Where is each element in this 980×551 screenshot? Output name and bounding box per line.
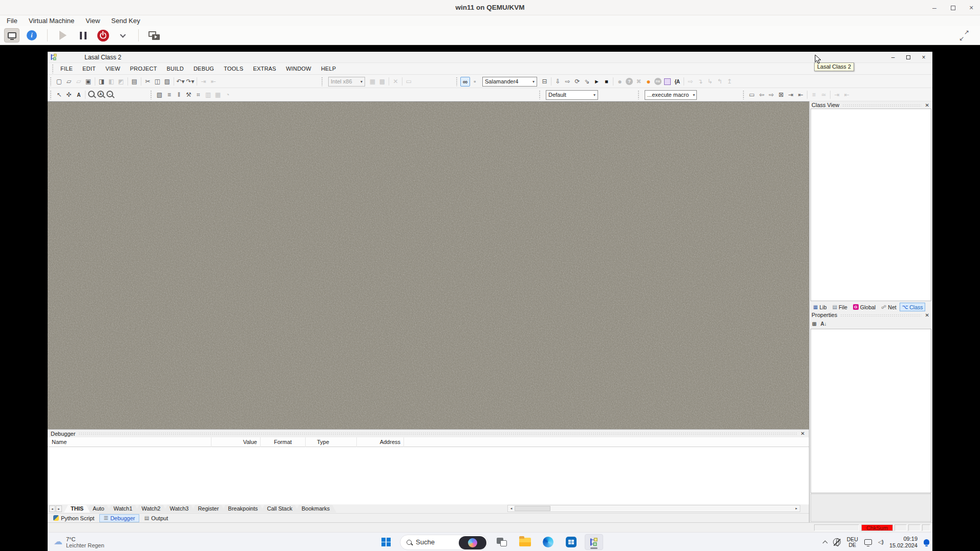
fullscreen-button[interactable] [956,28,972,43]
autoformat-icon[interactable]: {A [672,77,682,87]
build-icon[interactable]: ▦ [368,77,377,87]
shutdown-vm-button[interactable] [95,28,111,43]
print-icon[interactable]: ▤ [130,77,139,87]
host-menu-item[interactable]: View [83,17,102,25]
export-page-icon[interactable]: ⇤ [796,90,805,100]
debugger-tab[interactable]: Auto [86,505,111,513]
tab-class[interactable]: ⌥ Class [900,303,926,311]
indent-icon[interactable]: ⇥ [832,90,842,100]
page-forward-icon[interactable]: ⇨ [766,90,776,100]
app-menu-item[interactable]: EXTRAS [253,66,276,72]
rebuild-icon[interactable]: ▩ [377,77,387,87]
connection-combo[interactable]: Salamander4 ▾ [482,77,537,87]
properties-close-button[interactable]: ✕ [924,312,930,318]
page-back-icon[interactable]: ⇦ [757,90,766,100]
debugger-column-header[interactable]: Type [306,437,357,447]
step-out-icon[interactable]: ↳ [705,77,715,87]
run-icon[interactable]: ► [592,77,602,87]
undo-icon[interactable]: ↶▾ [176,77,185,87]
host-maximize-button[interactable] [947,2,958,13]
frame-icon[interactable]: ▭ [747,90,757,100]
connect-icon[interactable]: ∞ [460,77,470,87]
app-menu-item[interactable]: TOOLS [224,66,243,72]
text-icon[interactable]: A [74,90,83,100]
paste-icon[interactable]: ▨ [162,77,172,87]
task-view-button[interactable] [493,534,511,550]
runtime-icon[interactable]: ⊟ [540,77,549,87]
tab-scroll-left-button[interactable]: ◄ [49,505,55,512]
start-button[interactable] [377,534,395,550]
app-menu-item[interactable]: DEBUG [194,66,214,72]
host-menu-item[interactable]: Virtual Machine [27,17,76,25]
file-explorer-button[interactable] [516,534,534,550]
debugger-tab[interactable]: Bookmarks [295,505,336,513]
save-window-icon[interactable]: ◧ [106,77,116,87]
properties-grid[interactable] [811,329,931,493]
export-icon[interactable]: ⇤ [208,77,218,87]
zoom-icon[interactable] [88,91,95,97]
import-icon[interactable]: ⇥ [199,77,208,87]
debugger-tab[interactable]: Watch1 [107,505,139,513]
vm-details-button[interactable] [24,28,39,43]
toolbar-grip[interactable] [637,90,640,99]
debugger-tab[interactable]: Watch2 [135,505,167,513]
debugger-tab[interactable]: Call Stack [260,505,299,513]
distribute-icon[interactable]: ≃ [819,90,828,100]
host-menu-item[interactable]: File [5,17,19,25]
macro-combo[interactable]: ...execute macro ▾ [645,90,697,100]
debugger-watch-table[interactable] [48,447,809,504]
panel-drag-texture[interactable] [840,314,921,317]
app-menu-item[interactable]: VIEW [105,66,120,72]
toolbar-grip[interactable] [50,77,52,86]
tab-lib[interactable]: ▦ Lib [811,303,829,311]
tab-scroll-right-button[interactable]: ► [56,505,62,512]
debugger-column-header[interactable]: Value [211,437,261,447]
hidden-icons-chevron[interactable] [822,541,827,546]
step-back-icon[interactable]: ↰ [715,77,725,87]
reload-icon[interactable]: ⟳ [572,77,582,87]
sort-az-icon[interactable]: A↓ [820,321,826,327]
debugger-tab[interactable]: Breakpoints [221,505,264,513]
app-close-button[interactable]: × [916,52,931,63]
class-view-tree[interactable] [811,109,931,301]
toolbar-grip[interactable] [456,77,458,86]
download-all-icon[interactable]: ⇘ [582,77,592,87]
scroll-right-icon[interactable]: ► [793,505,800,512]
debugger-tab[interactable]: Register [191,505,225,513]
status-circle-icon[interactable]: ● [615,77,625,87]
toolbar-grip[interactable] [50,90,52,99]
horizontal-scrollbar[interactable]: ◄ ► [507,505,800,512]
columns-view-icon[interactable]: ▥ [203,90,213,100]
microsoft-store-button[interactable] [562,534,580,550]
debugger-close-button[interactable]: ✕ [800,431,806,436]
host-menu-item[interactable]: Send Key [109,17,142,25]
step-into-icon[interactable]: ⇨ [686,77,695,87]
tab-net[interactable]: ☍ Net [879,303,899,311]
lasal-taskbar-button[interactable] [585,534,603,550]
import-page-icon[interactable]: ⇥ [786,90,796,100]
outdent-icon[interactable]: ⇤ [842,90,851,100]
tab-debugger[interactable]: ☰ Debugger [99,514,139,522]
hardware-view-icon[interactable]: ▦ [213,90,223,100]
edge-browser-button[interactable] [539,534,557,550]
fix-status-icon[interactable]: FIX [654,78,662,85]
screenshot-button[interactable] [146,28,162,43]
save-project-icon[interactable]: ◨ [97,77,106,87]
toolbar-grip[interactable] [321,77,324,86]
host-minimize-button[interactable]: – [929,2,940,13]
open-file-icon[interactable]: ▱ [74,77,83,87]
memory-status-icon[interactable] [664,78,671,85]
search-input[interactable]: Suche [400,535,488,550]
help-status-icon[interactable]: ? [626,78,633,85]
app-menu-item[interactable]: BUILD [167,66,184,72]
host-close-button[interactable]: × [966,2,977,13]
config-combo[interactable]: Default ▾ [546,90,598,100]
offline-icon[interactable]: ▫ [470,77,480,87]
diagram-view-icon[interactable]: ▧ [155,90,164,100]
console-button[interactable] [4,28,19,43]
cut-icon[interactable]: ✂ [143,77,153,87]
display-icon[interactable] [864,539,872,545]
app-restore-button[interactable] [901,52,916,63]
speaker-icon[interactable]: ◁) [878,539,883,545]
workspace-canvas[interactable] [48,101,809,429]
